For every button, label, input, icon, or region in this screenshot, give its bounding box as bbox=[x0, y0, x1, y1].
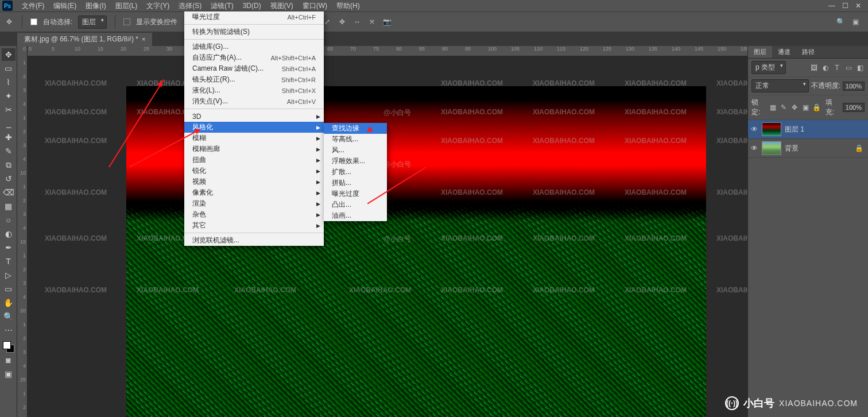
lock-all-icon[interactable]: 🔒 bbox=[812, 103, 821, 112]
3d-slide-icon[interactable]: ↔ bbox=[352, 17, 362, 26]
hand-tool[interactable]: ✋ bbox=[2, 296, 16, 309]
color-swatch[interactable] bbox=[3, 341, 14, 353]
menu-item-emboss[interactable]: 浮雕效果... bbox=[324, 156, 387, 167]
submenu-other[interactable]: 其它▶ bbox=[184, 220, 324, 231]
menu-item-lens-correction[interactable]: 镜头校正(R)... Shift+Ctrl+R bbox=[184, 74, 324, 85]
menu-item-browse-online[interactable]: 浏览联机滤镜... bbox=[184, 235, 324, 246]
window-maximize-icon[interactable]: ☐ bbox=[842, 2, 848, 10]
submenu-sharpen[interactable]: 锐化▶ bbox=[184, 165, 324, 176]
menu-item-last-filter[interactable]: 曝光过度 Alt+Ctrl+F bbox=[184, 11, 324, 22]
window-minimize-icon[interactable]: — bbox=[828, 2, 835, 10]
blend-mode-dropdown[interactable]: 正常 bbox=[751, 79, 809, 92]
shape-tool[interactable]: ▭ bbox=[2, 283, 16, 295]
menu-item-liquify[interactable]: 液化(L)... Shift+Ctrl+X bbox=[184, 85, 324, 96]
menu-image[interactable]: 图像(I) bbox=[81, 0, 110, 12]
visibility-toggle-icon[interactable]: 👁 bbox=[750, 125, 758, 133]
submenu-stylize[interactable]: 风格化▶ bbox=[184, 122, 324, 133]
submenu-video[interactable]: 视频▶ bbox=[184, 176, 324, 187]
menu-3d[interactable]: 3D(D) bbox=[238, 1, 266, 11]
3d-roll-icon[interactable]: ⤢ bbox=[323, 17, 332, 26]
show-transform-checkbox[interactable] bbox=[123, 18, 130, 25]
submenu-render[interactable]: 渲染▶ bbox=[184, 198, 324, 209]
menu-window[interactable]: 窗口(W) bbox=[298, 0, 332, 12]
menu-item-tiles[interactable]: 拼贴... bbox=[324, 177, 387, 188]
tab-layers[interactable]: 图层 bbox=[748, 46, 772, 58]
menu-item-extrude[interactable]: 凸出... bbox=[324, 199, 387, 210]
layer-thumbnail[interactable] bbox=[762, 141, 781, 155]
layer-kind-dropdown[interactable]: p 类型 bbox=[751, 61, 786, 74]
filter-type-icon[interactable]: T bbox=[832, 63, 842, 72]
blur-tool[interactable]: ○ bbox=[2, 214, 16, 226]
layer-name[interactable]: 图层 1 bbox=[785, 125, 804, 134]
history-brush-tool[interactable]: ↺ bbox=[2, 172, 16, 185]
clone-stamp-tool[interactable]: ⧉ bbox=[2, 159, 16, 171]
menu-item-diffuse[interactable]: 扩散... bbox=[324, 167, 387, 177]
lock-fill-icon[interactable]: ✥ bbox=[790, 103, 799, 112]
menu-help[interactable]: 帮助(H) bbox=[332, 0, 365, 12]
menu-item-find-edges[interactable]: 查找边缘 bbox=[324, 123, 387, 134]
filter-adjust-icon[interactable]: ◐ bbox=[821, 63, 830, 72]
3d-scale-icon[interactable]: ⤧ bbox=[367, 17, 377, 26]
layer-name[interactable]: 背景 bbox=[785, 144, 799, 153]
auto-select-target-dropdown[interactable]: 图层 bbox=[78, 16, 107, 29]
submenu-blur-gallery[interactable]: 模糊画廊▶ bbox=[184, 144, 324, 155]
menu-file[interactable]: 文件(F) bbox=[17, 0, 49, 12]
fill-field[interactable]: 100% bbox=[843, 103, 865, 112]
type-tool[interactable]: T bbox=[2, 255, 16, 268]
pen-tool[interactable]: ✒ bbox=[2, 241, 16, 254]
lock-pixels-icon[interactable]: ▦ bbox=[769, 103, 777, 112]
submenu-blur[interactable]: 模糊▶ bbox=[184, 133, 324, 144]
menu-layer[interactable]: 图层(L) bbox=[111, 0, 142, 12]
layer-row[interactable]: 👁 背景 🔒 bbox=[748, 139, 868, 158]
menu-item-oil-paint[interactable]: 油画... bbox=[324, 210, 387, 221]
document-tab[interactable]: 素材.jpg @ 66.7% (图层 1, RGB/8#) * × bbox=[17, 33, 152, 46]
foreground-color-swatch[interactable] bbox=[3, 341, 11, 349]
filter-smart-icon[interactable]: ◧ bbox=[855, 63, 865, 72]
menu-edit[interactable]: 编辑(E) bbox=[49, 0, 81, 12]
gradient-tool[interactable]: ▦ bbox=[2, 200, 16, 213]
submenu-noise[interactable]: 杂色▶ bbox=[184, 209, 324, 220]
search-icon[interactable]: 🔍 bbox=[836, 17, 845, 26]
screen-mode-icon[interactable]: ▣ bbox=[2, 368, 16, 380]
layer-row[interactable]: 👁 图层 1 bbox=[748, 120, 868, 139]
visibility-toggle-icon[interactable]: 👁 bbox=[750, 144, 758, 152]
submenu-pixelate[interactable]: 像素化▶ bbox=[184, 187, 324, 198]
lock-artboard-icon[interactable]: ▣ bbox=[801, 103, 810, 112]
edit-toolbar-icon[interactable]: ⋯ bbox=[2, 324, 16, 337]
menu-item-filter-gallery[interactable]: 滤镜库(G)... bbox=[184, 41, 324, 52]
zoom-tool[interactable]: 🔍 bbox=[2, 310, 16, 323]
spot-heal-tool[interactable]: ✚ bbox=[2, 131, 16, 144]
window-close-icon[interactable]: ✕ bbox=[855, 2, 861, 10]
menu-view[interactable]: 视图(V) bbox=[266, 0, 298, 12]
magic-wand-tool[interactable]: ✦ bbox=[2, 90, 16, 102]
eraser-tool[interactable]: ⌫ bbox=[2, 186, 16, 199]
workspace-icon[interactable]: ▣ bbox=[851, 17, 860, 26]
quick-mask-icon[interactable]: ◙ bbox=[2, 354, 16, 366]
path-select-tool[interactable]: ▷ bbox=[2, 269, 16, 281]
menu-item-trace-contour[interactable]: 等高线... bbox=[324, 134, 387, 145]
3d-camera-icon[interactable]: 📷 bbox=[382, 17, 392, 26]
menu-item-convert-smart[interactable]: 转换为智能滤镜(S) bbox=[184, 26, 324, 37]
dodge-tool[interactable]: ◐ bbox=[2, 227, 16, 240]
submenu-distort[interactable]: 扭曲▶ bbox=[184, 155, 324, 165]
filter-pixel-icon[interactable]: 🖼 bbox=[809, 63, 819, 72]
menu-filter[interactable]: 滤镜(T) bbox=[206, 0, 238, 12]
menu-item-wind[interactable]: 风... bbox=[324, 145, 387, 156]
opacity-field[interactable]: 100% bbox=[843, 82, 865, 91]
lasso-tool[interactable]: ⌇ bbox=[2, 76, 16, 88]
menu-item-vanishing-point[interactable]: 消失点(V)... Alt+Ctrl+V bbox=[184, 96, 324, 107]
tab-paths[interactable]: 路径 bbox=[796, 46, 820, 58]
menu-item-adaptive-wide-angle[interactable]: 自适应广角(A)... Alt+Shift+Ctrl+A bbox=[184, 52, 324, 63]
3d-pan-icon[interactable]: ✥ bbox=[338, 17, 347, 26]
menu-type[interactable]: 文字(Y) bbox=[142, 0, 174, 12]
close-tab-icon[interactable]: × bbox=[142, 36, 145, 43]
move-tool[interactable]: ✥ bbox=[2, 48, 16, 61]
layer-thumbnail[interactable] bbox=[762, 122, 781, 136]
filter-shape-icon[interactable]: ▭ bbox=[844, 63, 853, 72]
menu-item-camera-raw[interactable]: Camera Raw 滤镜(C)... Shift+Ctrl+A bbox=[184, 63, 324, 74]
lock-position-icon[interactable]: ✎ bbox=[780, 103, 788, 112]
brush-tool[interactable]: ✎ bbox=[2, 145, 16, 157]
marquee-tool[interactable]: ▭ bbox=[2, 62, 16, 75]
menu-select[interactable]: 选择(S) bbox=[174, 0, 206, 12]
eyedropper-tool[interactable]: ⎯ bbox=[2, 117, 16, 130]
